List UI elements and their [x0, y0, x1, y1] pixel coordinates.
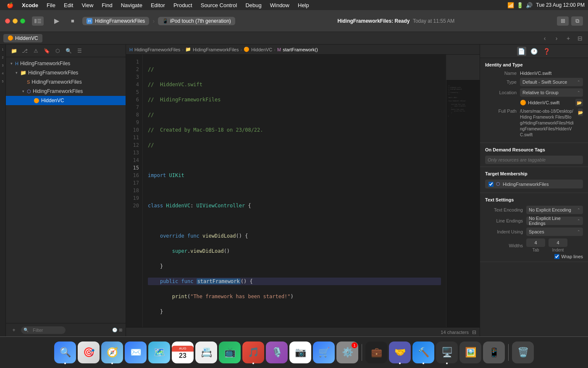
stop-button[interactable]: ■ — [66, 16, 79, 26]
launchpad-icon: 🎯 — [78, 342, 100, 363]
dock-item-app2[interactable]: 📱 — [483, 342, 505, 363]
adjust-layout-button[interactable]: ⧉ — [571, 16, 583, 26]
menubar-editor[interactable]: Editor — [147, 1, 168, 9]
dock-item-calendar[interactable]: AUG 23 — [172, 342, 194, 363]
tree-item-root[interactable]: ▾ H HidingFrameworkFiles — [6, 59, 126, 68]
tree-item-hiddenvc[interactable]: 🟠 HiddenVC — [6, 96, 126, 105]
add-file-button[interactable]: + — [9, 326, 18, 335]
notchmeister-icon: 💼 — [365, 342, 387, 363]
location-label: Location — [485, 90, 517, 95]
location-dropdown[interactable]: Relative to Group ⌃ — [520, 88, 583, 97]
wraplines-checkbox[interactable] — [554, 254, 559, 259]
apple-menu[interactable]: 🍎 — [3, 1, 17, 9]
dock-item-teams[interactable]: 🤝 — [389, 342, 411, 363]
more-icon[interactable]: ☰ — [75, 46, 84, 56]
forward-button[interactable]: › — [552, 34, 561, 43]
menubar-product[interactable]: Product — [170, 1, 196, 9]
inspector-tab-file[interactable]: 📄 — [517, 47, 526, 56]
browse-button[interactable]: 📂 — [575, 99, 583, 106]
dock-item-terminal[interactable]: 🖥️ — [436, 342, 458, 363]
minimize-button[interactable] — [13, 19, 18, 24]
tree-item-folder2[interactable]: ▾ ⬡ HidingFrameworkFiles — [6, 87, 126, 96]
line-num-4: 4 — [126, 81, 142, 88]
target-section: Target Membership ⬡ HidingFrameworkFiles — [480, 167, 588, 193]
indentusing-dropdown[interactable]: Spaces ⌃ — [526, 228, 583, 236]
report-icon[interactable]: 🔍 — [64, 46, 73, 56]
target-checkbox[interactable] — [488, 182, 494, 187]
lineendings-dropdown[interactable]: No Explicit Line Endings ⌃ — [526, 217, 583, 225]
device-selector[interactable]: 📱 iPod touch (7th generation) — [158, 17, 235, 25]
scheme-selector[interactable]: H HidingFrameworkFiles — [82, 17, 149, 25]
dock-item-notchmeister[interactable]: 💼 — [365, 342, 387, 363]
inspector-tab-history[interactable]: 🕐 — [530, 47, 539, 56]
code-content[interactable]: // // HiddenVC.swift // HidingFrameworkF… — [143, 55, 446, 327]
location-row: Location Relative to Group ⌃ — [485, 88, 583, 97]
dock-item-facetime[interactable]: 📺 — [219, 342, 241, 363]
identity-type-section: Identity and Type Name HiddenVC.swift Ty… — [480, 58, 588, 143]
code-area: 1 2 3 4 5 6 7 8 9 10 11 12 13 14 15 16 1… — [126, 55, 480, 327]
menubar-find[interactable]: Find — [98, 1, 116, 9]
sidebar-toolbar: 📁 ⎇ ⚠ 🔖 ⬡ 🔍 ☰ — [6, 45, 126, 57]
breadcrumb-item-1[interactable]: HidingFrameworkFiles — [134, 47, 180, 52]
breadcrumb-item-2[interactable]: HidingFrameworkFiles — [193, 47, 239, 52]
dock-item-trash[interactable]: 🗑️ — [512, 342, 534, 363]
search-nav-icon[interactable]: ⚠ — [31, 46, 40, 56]
dock-item-podcasts[interactable]: 🎙️ — [266, 342, 288, 363]
inspector-tab-help[interactable]: ❓ — [542, 47, 551, 56]
filter-input[interactable] — [29, 327, 63, 334]
filter-search-icon: 🔍 — [24, 328, 29, 332]
wraplines-label: Wrap lines — [561, 254, 583, 259]
dock-item-xcode[interactable]: 🔨 — [412, 342, 434, 363]
menubar-debug[interactable]: Debug — [242, 1, 265, 9]
menubar-window[interactable]: Window — [267, 1, 293, 9]
tree-item-folder1[interactable]: ▾ 📁 HidingFrameworkFiles — [6, 68, 126, 77]
ondemand-input[interactable] — [485, 156, 583, 164]
dock-item-maps[interactable]: 🗺️ — [148, 342, 170, 363]
close-button[interactable] — [5, 19, 10, 24]
dock-item-systemprefs[interactable]: ⚙️ 1 — [336, 342, 358, 363]
breadcrumb-item-3[interactable]: HiddenVC — [251, 47, 272, 52]
menubar-view[interactable]: View — [78, 1, 97, 9]
menubar-help[interactable]: Help — [294, 1, 312, 9]
breakpoint-icon[interactable]: ⬡ — [53, 46, 62, 56]
sidebar-toggle-button[interactable] — [32, 16, 44, 26]
dock-item-app1[interactable]: 🖼️ — [459, 342, 481, 363]
add-editor-button[interactable]: ⊞ — [557, 16, 569, 26]
menubar-navigate[interactable]: Navigate — [118, 1, 146, 9]
type-dropdown[interactable]: Default - Swift Source ⌃ — [520, 78, 583, 86]
dock-item-finder[interactable]: 🔍 — [54, 342, 76, 363]
dock-item-appstore[interactable]: 🛒 — [313, 342, 335, 363]
dock-item-photos[interactable]: 📷 — [289, 342, 311, 363]
fullpath-browse-button[interactable]: 📂 — [578, 109, 583, 116]
menubar-xcode[interactable]: Xcode — [18, 1, 42, 9]
dock-item-mail[interactable]: ✉️ — [125, 342, 147, 363]
music-icon: 🎵 — [242, 342, 264, 363]
split-editor-button[interactable]: ⊟ — [575, 34, 585, 43]
dock-item-launchpad[interactable]: 🎯 — [78, 342, 100, 363]
tab-width-input[interactable] — [526, 238, 545, 247]
dock-item-music[interactable]: 🎵 — [242, 342, 264, 363]
indent-width-input[interactable] — [549, 238, 567, 247]
back-button[interactable]: ‹ — [540, 34, 549, 43]
code-line-7 — [148, 156, 441, 164]
left-tab-1: 1 — [2, 48, 4, 51]
facetime-icon: 📺 — [219, 342, 241, 363]
tree-item-file1[interactable]: S HidingFrameworkFiles — [6, 77, 126, 87]
breadcrumb-item-4[interactable]: startFramework() — [283, 47, 318, 52]
folder-icon[interactable]: 📁 — [9, 46, 18, 56]
dock-item-contacts[interactable]: 📇 — [195, 342, 217, 363]
menubar-edit[interactable]: Edit — [60, 1, 76, 9]
menubar-sourcecontrol[interactable]: Source Control — [197, 1, 241, 9]
encoding-dropdown[interactable]: No Explicit Encoding ⌃ — [526, 206, 583, 214]
line-wrap-icon[interactable]: ⊟ — [472, 329, 476, 335]
tree-hiddenvc-label: HiddenVC — [41, 98, 64, 103]
add-tab-button[interactable]: + — [564, 34, 573, 43]
fullscreen-button[interactable] — [20, 19, 25, 24]
finder-dot — [64, 363, 66, 364]
issue-icon[interactable]: 🔖 — [42, 46, 51, 56]
tab-hiddenvc[interactable]: 🟠 HiddenVC — [3, 34, 42, 42]
menubar-file[interactable]: File — [43, 1, 59, 9]
run-button[interactable]: ▶ — [50, 16, 63, 26]
version-icon[interactable]: ⎇ — [20, 46, 29, 56]
dock-item-safari[interactable]: 🧭 — [101, 342, 123, 363]
